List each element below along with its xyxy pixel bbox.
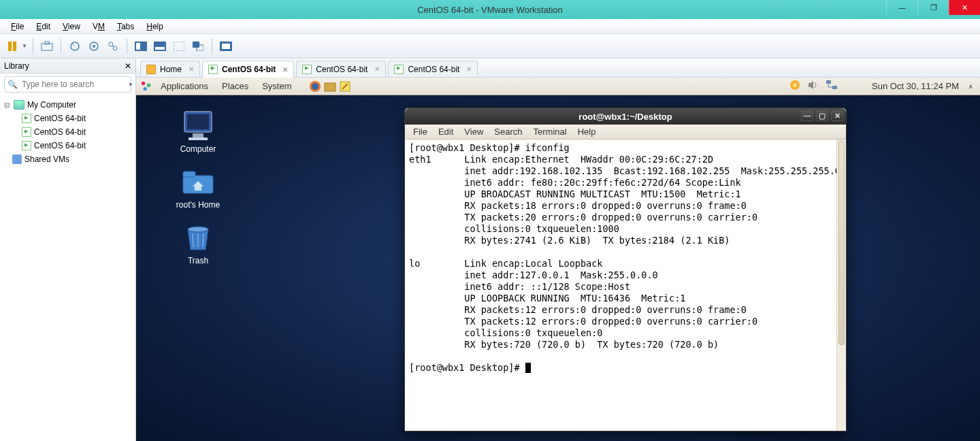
maximize-button[interactable]: ❐	[917, 0, 949, 15]
pause-button[interactable]	[4, 38, 20, 54]
notes-icon[interactable]	[339, 80, 351, 93]
term-menu-help[interactable]: Help	[572, 125, 602, 138]
term-menu-file[interactable]: File	[408, 125, 433, 138]
tab-home[interactable]: Home✕	[140, 61, 200, 77]
library-header: Library ✕	[0, 59, 135, 74]
vm-icon	[22, 114, 31, 123]
svg-rect-36	[183, 172, 195, 177]
svg-rect-9	[136, 43, 140, 50]
scrollbar-thumb[interactable]	[838, 141, 845, 345]
dropdown-icon[interactable]: ▼	[22, 43, 27, 49]
library-tree: ⊟ My Computer CentOS 64-bit CentOS 64-bi…	[0, 95, 135, 441]
revert-button[interactable]	[67, 38, 83, 54]
svg-point-37	[188, 227, 208, 232]
dropdown-icon[interactable]: ▼	[125, 82, 136, 88]
close-icon[interactable]: ✕	[466, 65, 472, 73]
tree-node-vm[interactable]: CentOS 64-bit	[1, 139, 134, 152]
guest-viewport[interactable]: Applications Places System Sun Oct 30, 1…	[136, 78, 980, 441]
network-icon[interactable]	[826, 80, 838, 93]
gnome-top-panel: Applications Places System Sun Oct 30, 1…	[136, 78, 980, 95]
distro-icon[interactable]	[140, 80, 152, 93]
view1-button[interactable]	[133, 38, 149, 54]
menu-system[interactable]: System	[257, 80, 297, 93]
svg-point-18	[147, 83, 150, 86]
terminal-close-button[interactable]: ✕	[831, 110, 843, 121]
tree-node-vm[interactable]: CentOS 64-bit	[1, 112, 134, 125]
firefox-icon[interactable]	[309, 80, 321, 93]
snapshot2-button[interactable]	[86, 38, 102, 54]
search-icon: 🔍	[5, 80, 20, 89]
close-icon[interactable]: ✕	[282, 66, 288, 74]
svg-point-4	[93, 45, 95, 48]
svg-rect-12	[174, 42, 184, 51]
clock[interactable]: Sun Oct 30, 11:24 PM	[872, 81, 959, 91]
vm-tabs: Home✕ CentOS 64-bit✕ CentOS 64-bit✕ Cent…	[136, 59, 980, 78]
terminal-titlebar[interactable]: root@wbx1:~/Desktop — ▢ ✕	[405, 108, 846, 125]
terminal-menubar: File Edit View Search Terminal Help	[405, 125, 846, 140]
system-tray: Sun Oct 30, 11:24 PM ∧	[789, 79, 976, 93]
svg-point-21	[312, 83, 318, 90]
library-title: Library	[4, 61, 29, 71]
close-icon[interactable]: ✕	[189, 65, 194, 73]
fullscreen-button[interactable]	[171, 38, 187, 54]
close-button[interactable]: ✕	[949, 0, 980, 15]
vm-icon	[22, 127, 31, 137]
tree-node-shared-vms[interactable]: Shared VMs	[1, 152, 134, 166]
vm-icon	[302, 65, 312, 74]
library-close-icon[interactable]: ✕	[125, 61, 131, 71]
desktop-icon-home[interactable]: root's Home	[167, 165, 229, 210]
shared-icon	[12, 154, 22, 164]
app-toolbar: ▼	[0, 34, 980, 59]
term-menu-edit[interactable]: Edit	[433, 125, 459, 138]
svg-rect-11	[155, 47, 165, 50]
home-icon	[146, 65, 156, 74]
update-icon[interactable]	[789, 79, 801, 93]
terminal-maximize-button[interactable]: ▢	[816, 110, 828, 121]
tree-node-vm[interactable]: CentOS 64-bit	[1, 125, 134, 139]
svg-rect-27	[826, 80, 831, 84]
svg-rect-22	[325, 83, 336, 91]
desktop-icon-computer[interactable]: Computer	[167, 109, 229, 154]
tab-vm-active[interactable]: CentOS 64-bit✕	[202, 61, 294, 78]
vm-icon	[208, 65, 218, 74]
menu-edit[interactable]: Edit	[31, 20, 56, 33]
menu-file[interactable]: File	[5, 20, 29, 33]
svg-point-19	[144, 86, 147, 90]
menu-applications[interactable]: Applications	[155, 80, 214, 93]
library-search[interactable]: 🔍 ▼	[4, 76, 131, 93]
tree-node-my-computer[interactable]: ⊟ My Computer	[1, 98, 134, 112]
terminal-body[interactable]: [root@wbx1 Desktop]# ifconfig eth1 Link …	[405, 140, 846, 431]
snapshot-icon	[41, 41, 53, 52]
menu-tabs[interactable]: Tabs	[112, 20, 140, 33]
view2-button[interactable]	[152, 38, 168, 54]
svg-rect-34	[189, 137, 208, 140]
menu-view[interactable]: View	[57, 20, 86, 33]
svg-point-26	[793, 83, 797, 87]
close-icon[interactable]: ✕	[374, 65, 380, 73]
desktop-icon-trash[interactable]: Trash	[167, 220, 229, 265]
term-menu-terminal[interactable]: Terminal	[528, 125, 572, 138]
term-menu-search[interactable]: Search	[489, 125, 527, 138]
minimize-button[interactable]: —	[886, 0, 917, 15]
menu-places[interactable]: Places	[216, 80, 254, 93]
unity-button[interactable]	[190, 38, 206, 54]
svg-rect-16	[222, 44, 230, 49]
snapshot-button[interactable]	[39, 38, 55, 54]
menu-help[interactable]: Help	[141, 20, 169, 33]
vm-icon	[394, 65, 404, 74]
tab-vm[interactable]: CentOS 64-bit✕	[296, 61, 386, 77]
tab-vm[interactable]: CentOS 64-bit✕	[388, 61, 478, 77]
volume-icon[interactable]	[808, 80, 819, 92]
terminal-minimize-button[interactable]: —	[801, 110, 813, 121]
chevron-up-icon[interactable]: ∧	[968, 83, 973, 90]
computer-icon	[14, 100, 24, 110]
library-sidebar: Library ✕ 🔍 ▼ ⊟ My Computer CentOS 64-bi…	[0, 59, 136, 441]
scrollbar[interactable]	[836, 140, 846, 431]
files-icon[interactable]	[324, 80, 336, 93]
search-input[interactable]	[20, 80, 125, 89]
terminal-window[interactable]: root@wbx1:~/Desktop — ▢ ✕ File Edit View…	[404, 108, 847, 431]
menu-vm[interactable]: VM	[87, 20, 110, 33]
console-button[interactable]	[218, 38, 234, 54]
manage-button[interactable]	[105, 38, 121, 54]
term-menu-view[interactable]: View	[459, 125, 489, 138]
